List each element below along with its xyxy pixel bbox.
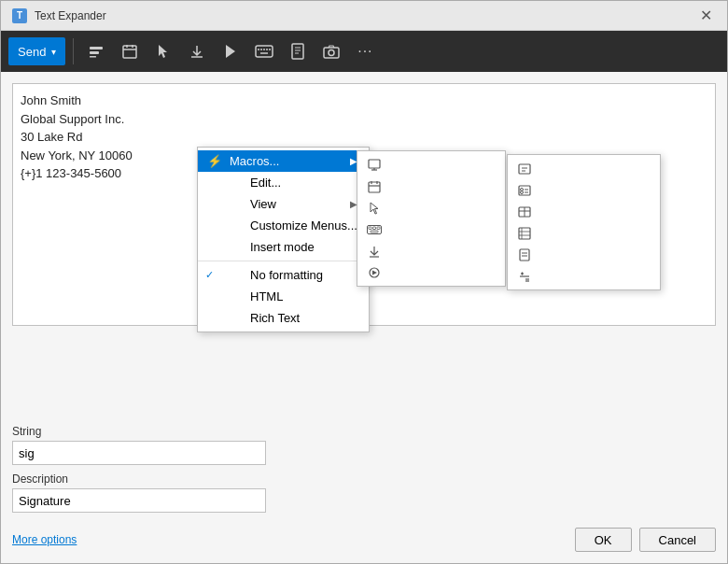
view-label: View xyxy=(250,197,344,211)
book-btn[interactable] xyxy=(283,37,313,65)
calculation-icon xyxy=(515,270,534,283)
string-input[interactable] xyxy=(12,441,266,465)
string-label: String xyxy=(12,425,716,438)
selection-form-icon xyxy=(515,184,534,197)
app-icon: T xyxy=(12,8,27,23)
insert-data-arrow: ▶ xyxy=(486,246,494,256)
cursor-pos-arrow: ▶ xyxy=(486,203,494,213)
svg-rect-40 xyxy=(520,249,529,261)
user-input-icon xyxy=(365,159,384,172)
user-input-item[interactable]: User input ▶ xyxy=(357,154,505,176)
close-button[interactable]: ✕ xyxy=(684,1,727,31)
manual-text-item[interactable]: Manual Text Input xyxy=(508,158,660,179)
macros-item[interactable]: ⚡ Macros... ▶ xyxy=(198,150,369,172)
manual-text-label: Manual Text Input xyxy=(539,162,649,176)
insert-data-item[interactable]: Insert Data ▶ xyxy=(357,240,505,261)
title-bar: T Text Expander ✕ xyxy=(1,1,727,31)
excel-lookup-item[interactable]: Excel File Lookup xyxy=(508,222,660,244)
no-formatting-item[interactable]: ✓ No formatting xyxy=(198,264,369,286)
send-label: Send xyxy=(18,45,46,59)
svg-rect-0 xyxy=(90,47,103,49)
keyboard-btn[interactable] xyxy=(249,37,279,65)
edit-item[interactable]: Edit... xyxy=(198,172,369,193)
rich-text-label: Rich Text xyxy=(250,311,357,325)
excel-lookup-label: Excel File Lookup xyxy=(539,226,649,240)
more-options-link[interactable]: More options xyxy=(12,533,77,546)
footer-buttons: OK Cancel xyxy=(575,528,716,552)
svg-rect-22 xyxy=(369,160,380,168)
camera-btn[interactable] xyxy=(316,37,346,65)
svg-marker-59 xyxy=(372,270,377,275)
cursor-position-item[interactable]: Cursor Position ▶ xyxy=(357,197,505,219)
cancel-button[interactable]: Cancel xyxy=(639,528,716,552)
ok-button[interactable]: OK xyxy=(575,528,632,552)
macros-icon: ⚡ xyxy=(205,154,224,168)
user-input-items-menu: Manual Text Input xyxy=(507,154,661,290)
cursor-btn[interactable] xyxy=(148,37,178,65)
send-button[interactable]: Send ▾ xyxy=(8,37,65,65)
no-formatting-label: No formatting xyxy=(250,268,357,282)
svg-rect-25 xyxy=(519,164,530,174)
menu-container: ⚡ Macros... ▶ xyxy=(197,147,370,332)
svg-rect-48 xyxy=(369,182,380,192)
edit-label: Edit... xyxy=(250,176,357,190)
calculation-item[interactable]: Calculation xyxy=(508,265,660,287)
manual-text-icon xyxy=(515,162,534,176)
form-section: String Description xyxy=(1,417,727,520)
user-input-arrow: ▶ xyxy=(486,160,494,170)
selection-table-label: Selection Table xyxy=(539,204,649,219)
keys-item[interactable]: Keys ▶ xyxy=(357,219,505,240)
calculation-label: Calculation xyxy=(539,269,649,283)
description-label: Description xyxy=(12,472,716,486)
text-lookup-item[interactable]: Text File Lookup xyxy=(508,244,660,265)
menu-separator-1 xyxy=(198,261,369,261)
more-btn[interactable]: ··· xyxy=(350,37,380,65)
macros-label: Macros... xyxy=(230,154,344,168)
svg-rect-56 xyxy=(371,231,378,233)
selection-table-icon xyxy=(515,205,534,219)
content-area: John Smith Global Support Inc. 30 Lake R… xyxy=(1,72,727,417)
view-arrow: ▶ xyxy=(350,199,357,209)
view-item[interactable]: View ▶ xyxy=(198,193,369,215)
svg-rect-2 xyxy=(90,56,96,58)
svg-rect-9 xyxy=(256,46,273,57)
date-time-arrow: ▶ xyxy=(486,181,494,191)
main-window: T Text Expander ✕ Send ▾ xyxy=(0,0,728,564)
html-label: HTML xyxy=(250,289,357,303)
customize-item[interactable]: Customize Menus... xyxy=(198,215,369,236)
svg-point-21 xyxy=(329,49,334,55)
play-btn[interactable] xyxy=(216,37,245,65)
insert-mode-item[interactable]: Insert mode xyxy=(198,236,369,258)
svg-rect-54 xyxy=(373,227,376,230)
insert-field-btn[interactable] xyxy=(81,37,111,65)
keys-label: Keys xyxy=(389,222,481,236)
svg-point-31 xyxy=(521,190,524,193)
send-dropdown-arrow: ▾ xyxy=(51,47,56,57)
insert-data-label: Insert Data xyxy=(389,244,481,258)
selection-table-item[interactable]: Selection Table xyxy=(508,201,660,222)
rich-text-item[interactable]: Rich Text xyxy=(198,307,369,329)
macros-menu: ⚡ Macros... ▶ xyxy=(197,147,370,332)
insert-mode-label: Insert mode xyxy=(250,240,357,254)
selection-form-item[interactable]: Selection Form xyxy=(508,179,660,201)
svg-rect-16 xyxy=(292,44,303,59)
download-btn[interactable] xyxy=(182,37,212,65)
svg-rect-36 xyxy=(519,228,530,239)
svg-rect-55 xyxy=(377,227,380,230)
svg-rect-1 xyxy=(90,51,99,54)
automation-arrow: ▶ xyxy=(486,267,494,277)
automation-label: Automation xyxy=(389,265,481,279)
html-item[interactable]: HTML xyxy=(198,286,369,307)
calendar-btn[interactable] xyxy=(115,37,145,65)
user-input-label: User input xyxy=(389,158,481,172)
footer: More options OK Cancel xyxy=(1,520,727,563)
toolbar-separator-1 xyxy=(73,38,74,64)
text-lookup-icon xyxy=(515,248,534,261)
date-time-item[interactable]: Date and Time ▶ xyxy=(357,176,505,197)
text-lookup-label: Text File Lookup xyxy=(539,247,649,261)
no-formatting-check: ✓ xyxy=(205,269,220,281)
automation-item[interactable]: Automation ▶ xyxy=(357,261,505,283)
svg-rect-53 xyxy=(369,227,371,230)
user-input-submenu: User input ▶ xyxy=(357,150,506,287)
description-input[interactable] xyxy=(12,488,266,513)
